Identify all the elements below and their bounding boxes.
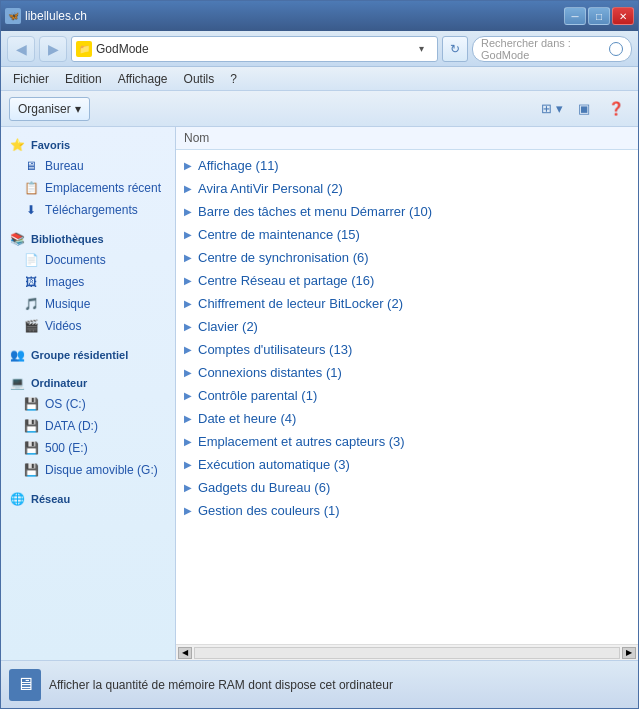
menu-fichier[interactable]: Fichier — [5, 70, 57, 88]
list-item-affichage[interactable]: ▶ Affichage (11) — [176, 154, 638, 177]
status-icon: 🖥 — [9, 669, 41, 701]
sidebar-item-videos[interactable]: 🎬 Vidéos — [1, 315, 175, 337]
sidebar-item-data-d[interactable]: 💾 DATA (D:) — [1, 415, 175, 437]
list-item-centre-maintenance[interactable]: ▶ Centre de maintenance (15) — [176, 223, 638, 246]
list-item-date[interactable]: ▶ Date et heure (4) — [176, 407, 638, 430]
os-c-icon: 💾 — [23, 396, 39, 412]
minimize-button[interactable]: ─ — [564, 7, 586, 25]
ordinateur-icon: 💻 — [9, 375, 25, 391]
musique-icon: 🎵 — [23, 296, 39, 312]
sidebar-section-reseau: 🌐 Réseau — [1, 485, 175, 509]
main-window: 🦋 libellules.ch ─ □ ✕ ◀ ▶ 📁 GodMode ▾ ↻ … — [0, 0, 639, 709]
list-item-execution[interactable]: ▶ Exécution automatique (3) — [176, 453, 638, 476]
list-item-gadgets[interactable]: ▶ Gadgets du Bureau (6) — [176, 476, 638, 499]
menu-help[interactable]: ? — [222, 70, 245, 88]
forward-button[interactable]: ▶ — [39, 36, 67, 62]
column-name-label: Nom — [184, 131, 209, 145]
list-item-gestion-couleurs[interactable]: ▶ Gestion des couleurs (1) — [176, 499, 638, 522]
videos-label: Vidéos — [45, 319, 81, 333]
ordinateur-label: Ordinateur — [31, 377, 87, 389]
arrow-icon-controle: ▶ — [184, 390, 192, 401]
list-item-clavier-label: Clavier (2) — [198, 319, 258, 334]
preview-pane-button[interactable]: ▣ — [570, 97, 598, 121]
sidebar-item-emplacements[interactable]: 📋 Emplacements récent — [1, 177, 175, 199]
sidebar-item-os-c[interactable]: 💾 OS (C:) — [1, 393, 175, 415]
os-c-label: OS (C:) — [45, 397, 86, 411]
sidebar-item-telechargements[interactable]: ⬇ Téléchargements — [1, 199, 175, 221]
address-dropdown-arrow[interactable]: ▾ — [419, 43, 433, 54]
main-panel: Nom ▶ Affichage (11) ▶ Avira AntiVir Per… — [176, 127, 638, 660]
refresh-button[interactable]: ↻ — [442, 36, 468, 62]
address-bar[interactable]: 📁 GodMode ▾ — [71, 36, 438, 62]
list-item-emplacement-capteurs-label: Emplacement et autres capteurs (3) — [198, 434, 405, 449]
sidebar-item-images[interactable]: 🖼 Images — [1, 271, 175, 293]
emplacements-icon: 📋 — [23, 180, 39, 196]
favoris-label: Favoris — [31, 139, 70, 151]
sidebar-section-groupe: 👥 Groupe résidentiel — [1, 341, 175, 365]
sidebar-item-bureau[interactable]: 🖥 Bureau — [1, 155, 175, 177]
close-button[interactable]: ✕ — [612, 7, 634, 25]
toolbar-left: Organiser ▾ — [9, 97, 90, 121]
telechargements-label: Téléchargements — [45, 203, 138, 217]
list-item-chiffrement[interactable]: ▶ Chiffrement de lecteur BitLocker (2) — [176, 292, 638, 315]
list-item-emplacement-capteurs[interactable]: ▶ Emplacement et autres capteurs (3) — [176, 430, 638, 453]
title-bar-left: 🦋 libellules.ch — [5, 8, 87, 24]
horizontal-scrollbar[interactable]: ◀ ▶ — [176, 644, 638, 660]
window-icon: 🦋 — [5, 8, 21, 24]
list-item-centre-sync[interactable]: ▶ Centre de synchronisation (6) — [176, 246, 638, 269]
list-item-avira[interactable]: ▶ Avira AntiVir Personal (2) — [176, 177, 638, 200]
groupe-label: Groupe résidentiel — [31, 349, 128, 361]
bibliotheques-label: Bibliothèques — [31, 233, 104, 245]
arrow-icon-centre-maintenance: ▶ — [184, 229, 192, 240]
list-item-connexions[interactable]: ▶ Connexions distantes (1) — [176, 361, 638, 384]
bureau-icon: 🖥 — [23, 158, 39, 174]
menu-edition[interactable]: Edition — [57, 70, 110, 88]
list-item-connexions-label: Connexions distantes (1) — [198, 365, 342, 380]
window-controls: ─ □ ✕ — [564, 7, 634, 25]
view-options-button[interactable]: ⊞ ▾ — [538, 97, 566, 121]
sidebar-section-favoris-title: ⭐ Favoris — [1, 131, 175, 155]
arrow-icon-execution: ▶ — [184, 459, 192, 470]
500-e-icon: 💾 — [23, 440, 39, 456]
h-scroll-track[interactable] — [194, 647, 620, 659]
list-item-clavier[interactable]: ▶ Clavier (2) — [176, 315, 638, 338]
favoris-icon: ⭐ — [9, 137, 25, 153]
list-item-barre[interactable]: ▶ Barre des tâches et menu Démarrer (10) — [176, 200, 638, 223]
sidebar-item-documents[interactable]: 📄 Documents — [1, 249, 175, 271]
arrow-icon-gadgets: ▶ — [184, 482, 192, 493]
arrow-icon-centre-sync: ▶ — [184, 252, 192, 263]
search-placeholder: Rechercher dans : GodMode — [481, 37, 605, 61]
sidebar-item-musique[interactable]: 🎵 Musique — [1, 293, 175, 315]
arrow-icon-chiffrement: ▶ — [184, 298, 192, 309]
content-area: ⭐ Favoris 🖥 Bureau 📋 Emplacements récent… — [1, 127, 638, 660]
column-header: Nom — [176, 127, 638, 150]
list-item-centre-sync-label: Centre de synchronisation (6) — [198, 250, 369, 265]
h-scroll-left-btn[interactable]: ◀ — [178, 647, 192, 659]
h-scroll-right-btn[interactable]: ▶ — [622, 647, 636, 659]
list-item-centre-maintenance-label: Centre de maintenance (15) — [198, 227, 360, 242]
list-item-controle[interactable]: ▶ Contrôle parental (1) — [176, 384, 638, 407]
reseau-icon: 🌐 — [9, 491, 25, 507]
menu-affichage[interactable]: Affichage — [110, 70, 176, 88]
arrow-icon-gestion-couleurs: ▶ — [184, 505, 192, 516]
sidebar-section-favoris: ⭐ Favoris 🖥 Bureau 📋 Emplacements récent… — [1, 131, 175, 221]
sidebar-section-ordinateur: 💻 Ordinateur 💾 OS (C:) 💾 DATA (D:) 💾 500… — [1, 369, 175, 481]
sidebar-item-removable-g[interactable]: 💾 Disque amovible (G:) — [1, 459, 175, 481]
search-icon[interactable] — [609, 42, 623, 56]
sidebar-item-500-e[interactable]: 💾 500 (E:) — [1, 437, 175, 459]
bibliotheques-icon: 📚 — [9, 231, 25, 247]
maximize-button[interactable]: □ — [588, 7, 610, 25]
search-bar[interactable]: Rechercher dans : GodMode — [472, 36, 632, 62]
list-item-chiffrement-label: Chiffrement de lecteur BitLocker (2) — [198, 296, 403, 311]
help-button[interactable]: ❓ — [602, 97, 630, 121]
back-button[interactable]: ◀ — [7, 36, 35, 62]
title-bar: 🦋 libellules.ch ─ □ ✕ — [1, 1, 638, 31]
list-item-comptes-label: Comptes d'utilisateurs (13) — [198, 342, 352, 357]
menu-outils[interactable]: Outils — [176, 70, 223, 88]
list-item-comptes[interactable]: ▶ Comptes d'utilisateurs (13) — [176, 338, 638, 361]
organise-dropdown-arrow: ▾ — [75, 102, 81, 116]
arrow-icon-connexions: ▶ — [184, 367, 192, 378]
list-item-centre-reseau[interactable]: ▶ Centre Réseau et partage (16) — [176, 269, 638, 292]
sidebar-section-ordinateur-title: 💻 Ordinateur — [1, 369, 175, 393]
organise-button[interactable]: Organiser ▾ — [9, 97, 90, 121]
